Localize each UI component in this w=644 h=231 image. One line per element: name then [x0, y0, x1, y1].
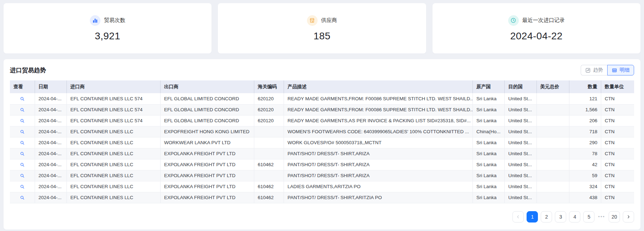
table-row: 2024-04-...EFL CONTAINER LINES LLCEXPOLA…	[10, 192, 634, 203]
cell-usd-total	[536, 181, 569, 192]
table-row: 2024-04-...EFL CONTAINER LINES LLC 574EF…	[10, 104, 634, 115]
chevron-right-icon	[626, 215, 631, 219]
cell-importer: EFL CONTAINER LINES LLC 574	[67, 115, 161, 126]
cell-description: PANT/SHOT/ DRESS/T- SHIRT,ARITZIA PO	[284, 192, 473, 203]
page-button-3[interactable]: 3	[555, 211, 566, 222]
cell-dest-country: United St...	[505, 104, 536, 115]
col-header-unit: 数量单位	[601, 80, 634, 93]
view-record-icon[interactable]	[20, 140, 25, 145]
col-header-usd-total: 美元总价	[536, 80, 569, 93]
view-record-icon[interactable]	[20, 129, 25, 134]
cell-exporter: WORKWEAR LANKA PVT LTD	[160, 137, 254, 148]
table-row: 2024-04-...EFL CONTAINER LINES LLCWORKWE…	[10, 137, 634, 148]
view-record-icon[interactable]	[20, 184, 25, 189]
cell-description: READY MADE GARMENTS,FROM: F00086 SUPREME…	[284, 104, 473, 115]
cell-hs-code	[254, 126, 284, 137]
cell-date: 2024-04-...	[35, 137, 66, 148]
cell-importer: EFL CONTAINER LINES LLC 574	[67, 93, 161, 104]
detail-view-button[interactable]: 明细	[607, 65, 634, 75]
cell-quantity: 42	[569, 159, 601, 170]
cell-importer: EFL CONTAINER LINES LLC	[67, 192, 161, 203]
col-header-dest-country: 目的国	[505, 80, 536, 93]
view-record-icon[interactable]	[20, 107, 25, 112]
cell-importer: EFL CONTAINER LINES LLC	[67, 170, 161, 181]
cell-exporter: EXPOLANKA FREIGHT PVT LTD	[160, 159, 254, 170]
page-button-2[interactable]: 2	[541, 211, 552, 222]
cell-date: 2024-04-...	[35, 104, 66, 115]
view-record-icon[interactable]	[20, 162, 25, 167]
cell-date: 2024-04-...	[35, 181, 66, 192]
cell-date: 2024-04-...	[35, 126, 66, 137]
cell-hs-code	[254, 148, 284, 159]
prev-page-button[interactable]	[512, 211, 524, 222]
cell-quantity: 59	[569, 170, 601, 181]
cell-usd-total	[536, 170, 569, 181]
view-record-icon[interactable]	[20, 151, 25, 156]
cell-dest-country: United St...	[505, 115, 536, 126]
cell-usd-total	[536, 148, 569, 159]
next-page-button[interactable]	[623, 211, 634, 222]
cell-origin-country: Sri Lanka	[472, 181, 504, 192]
stat-card-value: 3,921	[95, 30, 121, 42]
cell-dest-country: United St...	[505, 181, 536, 192]
view-record-icon[interactable]	[20, 118, 25, 123]
cell-unit: CTN	[601, 181, 634, 192]
view-toggle: 趋势 明细	[581, 65, 634, 75]
cell-date: 2024-04-...	[35, 192, 66, 203]
cell-usd-total	[536, 159, 569, 170]
view-record-icon[interactable]	[20, 195, 25, 200]
cell-description: WORK GLOVESP/O# 5000503718,,MCTNT	[284, 137, 473, 148]
view-cell	[10, 115, 35, 126]
cell-exporter: EXPOLANKA FREIGHT PVT LTD	[160, 181, 254, 192]
stat-cards: 贸易次数 3,921 供应商 185 最近一次进口记录	[0, 0, 644, 53]
cell-dest-country: United St...	[505, 126, 536, 137]
bar-chart-icon	[90, 15, 100, 26]
cell-unit: CTN	[601, 137, 634, 148]
page-button-20[interactable]: 20	[609, 211, 620, 222]
view-cell	[10, 104, 35, 115]
trend-view-button[interactable]: 趋势	[581, 65, 607, 75]
table-row: 2024-04-...EFL CONTAINER LINES LLC 574EF…	[10, 115, 634, 126]
stat-card-trade-count: 贸易次数 3,921	[4, 3, 211, 53]
stat-card-last-import: 最近一次进口记录 2024-04-22	[433, 3, 640, 53]
cell-quantity: 1,566	[569, 104, 601, 115]
clock-icon	[508, 15, 519, 26]
view-record-icon[interactable]	[20, 96, 25, 101]
cell-importer: EFL CONTAINER LINES LLC 574	[67, 104, 161, 115]
cell-hs-code	[254, 170, 284, 181]
table-row: 2024-04-...EFL CONTAINER LINES LLCEXPOLA…	[10, 181, 634, 192]
cell-exporter: EXPOLANKA FREIGHT PVT LTD	[160, 148, 254, 159]
cell-importer: EFL CONTAINER LINES LLC	[67, 181, 161, 192]
cell-dest-country: United St...	[505, 192, 536, 203]
cell-importer: EFL CONTAINER LINES LLC	[67, 137, 161, 148]
page-button-4[interactable]: 4	[569, 211, 580, 222]
cell-quantity: 290	[569, 137, 601, 148]
cell-hs-code: 610462	[254, 192, 284, 203]
view-cell	[10, 192, 35, 203]
view-cell	[10, 170, 35, 181]
cell-usd-total	[536, 115, 569, 126]
pagination-ellipsis[interactable]: •••	[597, 214, 606, 219]
table-grid-icon	[612, 68, 617, 73]
cell-description: WOMEN'S FOOTWEARHS CODE: 6403999065LADIE…	[284, 126, 473, 137]
cell-quantity: 78	[569, 148, 601, 159]
table-header-row: 查看 日期 进口商 出口商 海关编码 产品描述 原产国 目的国 美元总价 数量 …	[10, 80, 634, 93]
page-button-5[interactable]: 5	[583, 211, 594, 222]
page-button-1[interactable]: 1	[527, 211, 538, 222]
cell-usd-total	[536, 192, 569, 203]
col-header-quantity: 数量	[569, 80, 601, 93]
view-record-icon[interactable]	[20, 173, 25, 178]
cell-exporter: EFL GLOBAL LIMITED CONCORD	[160, 93, 254, 104]
cell-usd-total	[536, 104, 569, 115]
cell-importer: EFL CONTAINER LINES LLC	[67, 126, 161, 137]
cell-origin-country: China(Ho...	[472, 126, 504, 137]
view-cell	[10, 137, 35, 148]
cell-hs-code: 620120	[254, 104, 284, 115]
cell-origin-country: Sri Lanka	[472, 192, 504, 203]
cell-usd-total	[536, 137, 569, 148]
view-cell	[10, 148, 35, 159]
trend-chart-icon	[585, 68, 591, 73]
cell-exporter: EXPOLANKA FREIGHT PVT LTD	[160, 170, 254, 181]
pagination: 12345•••20	[10, 211, 634, 222]
col-header-importer: 进口商	[67, 80, 161, 93]
